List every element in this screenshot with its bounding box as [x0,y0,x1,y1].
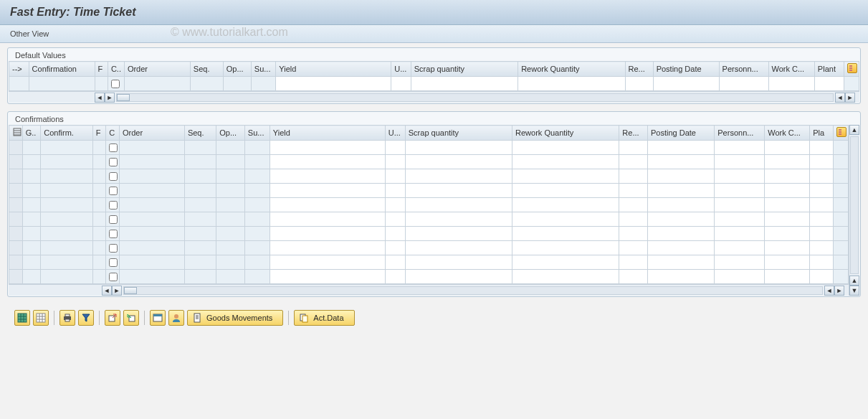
table-cell[interactable] [385,255,405,270]
row-selector[interactable] [9,270,23,284]
goods-movements-button[interactable]: Goods Movements [187,310,283,326]
row-selector[interactable] [9,241,23,255]
table-cell[interactable] [119,141,184,155]
table-cell[interactable] [619,227,648,241]
row-selector[interactable] [9,227,23,241]
table-cell[interactable] [647,198,714,212]
table-cell[interactable] [92,212,106,227]
table-cell[interactable] [270,155,385,169]
confirmations-vscroll[interactable]: ▲ ▲ ▼ [849,125,859,296]
c-checkbox[interactable] [109,172,118,181]
c-checkbox[interactable] [109,158,118,166]
table-cell[interactable] [92,270,106,284]
col-yield[interactable]: Yield [276,62,391,77]
table-cell[interactable] [244,184,270,198]
table-cell[interactable] [216,184,245,198]
table-cell[interactable] [106,255,120,270]
table-cell[interactable] [119,255,184,270]
table-cell[interactable] [512,155,619,169]
table-cell[interactable] [647,212,714,227]
table-cell[interactable] [405,141,512,155]
table-cell[interactable] [619,255,648,270]
col-pla[interactable]: Pla [810,126,834,141]
col-arrow[interactable]: --> [9,62,29,77]
col-config2[interactable] [833,126,848,141]
row-selector[interactable] [9,141,23,155]
table-cell[interactable] [92,198,106,212]
scroll-right2-icon[interactable]: ► [834,286,844,296]
table-cell[interactable] [216,198,245,212]
table-cell[interactable] [41,184,92,198]
table-cell[interactable] [244,255,270,270]
table-cell[interactable] [512,169,619,184]
table-cell[interactable] [244,169,270,184]
cell-rework[interactable] [518,77,625,91]
cell-order[interactable] [124,77,190,91]
col-seq2[interactable]: Seq. [184,126,216,141]
table-cell[interactable] [106,169,120,184]
table-cell[interactable] [244,212,270,227]
row-selector[interactable] [9,255,23,270]
table-cell[interactable] [244,155,270,169]
table-cell[interactable] [41,227,92,241]
table-cell[interactable] [22,255,41,270]
col-g[interactable]: G.. [22,126,41,141]
scroll-up2-icon[interactable]: ▲ [849,276,859,286]
table-cell[interactable] [216,255,245,270]
c-checkbox[interactable] [109,201,118,210]
table-cell[interactable] [810,227,834,241]
table-cell[interactable] [405,241,512,255]
table-cell[interactable] [765,198,810,212]
table-cell[interactable] [244,141,270,155]
table-cell[interactable] [184,255,216,270]
table-cell[interactable] [92,169,106,184]
table-cell[interactable] [647,227,714,241]
table-cell[interactable] [765,155,810,169]
table-cell[interactable] [619,270,648,284]
col-su2[interactable]: Su... [244,126,270,141]
table-cell[interactable] [405,270,512,284]
table-cell[interactable] [810,270,834,284]
confirmations-hscroll[interactable]: ◄ ► ◄ ► [9,284,849,296]
table-cell[interactable] [619,169,648,184]
table-cell[interactable] [512,270,619,284]
col-order[interactable]: Order [124,62,190,77]
cell-yield[interactable] [276,77,391,91]
table-cell[interactable] [184,241,216,255]
table-cell[interactable] [22,184,41,198]
table-cell[interactable] [765,241,810,255]
table-cell[interactable] [385,227,405,241]
col-personn2[interactable]: Personn... [715,126,765,141]
scroll-left2-icon[interactable]: ◄ [835,93,845,103]
act-data-button[interactable]: Act.Data [294,310,354,326]
col-workc[interactable]: Work C... [768,62,814,77]
table-cell[interactable] [765,227,810,241]
table-cell[interactable] [715,241,765,255]
table-cell[interactable] [647,255,714,270]
table-cell[interactable] [106,198,120,212]
table-cell[interactable] [647,184,714,198]
table-cell[interactable] [512,255,619,270]
col-u2[interactable]: U... [385,126,405,141]
scroll-thumb[interactable] [124,287,137,294]
table-settings-icon[interactable] [847,63,857,73]
table-cell[interactable] [41,155,92,169]
table-cell[interactable] [765,270,810,284]
c-checkbox[interactable] [109,187,118,195]
table-cell[interactable] [270,270,385,284]
other-view-link[interactable]: Other View [10,29,49,38]
table-cell[interactable] [184,184,216,198]
c-checkbox[interactable] [109,143,118,152]
user-button[interactable] [168,310,184,326]
table-cell[interactable] [647,169,714,184]
col-c2[interactable]: C [106,126,120,141]
table-cell[interactable] [216,270,245,284]
table-cell[interactable] [106,241,120,255]
table-cell[interactable] [619,212,648,227]
deselect-all-button[interactable] [33,310,49,326]
table-cell[interactable] [216,212,245,227]
table-cell[interactable] [244,227,270,241]
row-selector[interactable] [9,169,23,184]
table-cell[interactable] [405,169,512,184]
c-checkbox[interactable] [109,215,118,224]
